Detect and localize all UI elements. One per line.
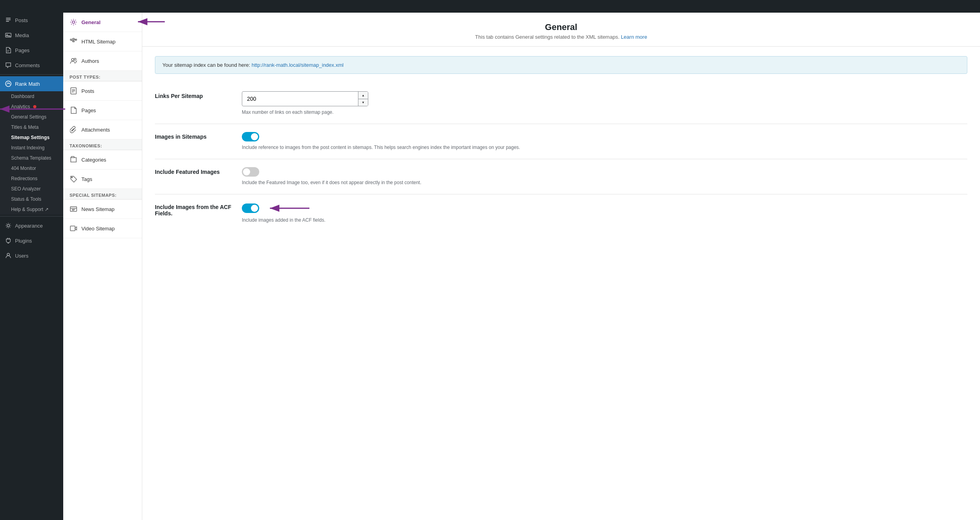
sidebar-item-plugins[interactable]: Plugins [0,233,63,248]
sub-panel-item-video-sitemap[interactable]: Video Sitemap [63,219,142,238]
submenu-item-dashboard[interactable]: Dashboard [0,91,63,102]
svg-rect-6 [7,51,9,52]
categories-icon [70,156,77,164]
sidebar-item-appearance-label: Appearance [15,223,43,229]
images-in-sitemaps-control: Include reference to images from the pos… [242,132,967,151]
include-featured-images-label: Include Featured Images [155,167,242,175]
svg-rect-34 [70,226,75,231]
post-types-section-label: Post Types: [63,71,142,81]
sidebar-item-media[interactable]: Media [0,28,63,43]
links-per-sitemap-input[interactable] [242,92,358,105]
sub-panel-item-posts[interactable]: Posts [63,81,142,101]
news-sitemap-icon [70,205,77,213]
sidebar-item-users[interactable]: Users [0,248,63,263]
submenu-item-sitemap-settings[interactable]: Sitemap Settings [0,132,63,143]
taxonomies-section-label: Taxonomies: [63,139,142,150]
sub-panel-item-authors[interactable]: Authors [63,51,142,71]
content-area: General This tab contains General settin… [142,13,980,520]
sidebar-item-pages[interactable]: Pages [0,43,63,58]
submenu-item-status-tools[interactable]: Status & Tools [0,194,63,204]
html-sitemap-icon [70,38,77,45]
images-in-sitemaps-toggle[interactable] [242,132,259,141]
sidebar-item-posts-label: Posts [15,17,28,23]
sub-panel-item-categories[interactable]: Categories [63,150,142,170]
sub-panel-item-news-sitemap-label: News Sitemap [81,206,115,212]
images-in-sitemaps-desc: Include reference to images from the pos… [242,144,967,151]
spinner-up-button[interactable]: ▲ [358,92,368,99]
rank-math-submenu: Dashboard Analytics General Settings Tit… [0,91,63,215]
submenu-item-titles-meta[interactable]: Titles & Meta [0,122,63,132]
sub-panel-item-pages-type[interactable]: Pages [63,101,142,120]
sub-panel-item-tags-label: Tags [81,176,92,182]
sub-panel-item-attachments[interactable]: Attachments [63,120,142,139]
video-sitemap-icon [70,224,77,232]
sitemap-info-box: Your sitemap index can be found here: ht… [155,56,967,74]
submenu-item-instant-indexing[interactable]: Instant Indexing [0,143,63,153]
sidebar-item-plugins-label: Plugins [15,238,32,244]
links-per-sitemap-desc: Max number of links on each sitemap page… [242,109,967,116]
posts-icon [5,17,12,24]
include-featured-images-control: Include the Featured Image too, even if … [242,167,967,186]
sidebar-item-media-label: Media [15,32,29,38]
spinner-down-button[interactable]: ▼ [358,99,368,106]
users-icon [5,252,12,259]
sidebar-item-rank-math[interactable]: Rank Math [0,76,63,91]
admin-bar [0,0,980,13]
sitemap-url-link[interactable]: http://rank-math.local/sitemap_index.xml [252,62,344,68]
sidebar-item-comments[interactable]: Comments [0,58,63,73]
submenu-item-seo-analyzer[interactable]: SEO Analyzer [0,184,63,194]
submenu-item-help-support[interactable]: Help & Support ↗ [0,204,63,215]
page-subtitle: This tab contains General settings relat… [155,34,967,40]
sidebar-item-appearance[interactable]: Appearance [0,218,63,233]
svg-point-8 [7,224,9,227]
include-acf-images-toggle[interactable] [242,203,259,213]
sub-panel-item-tags[interactable]: Tags [63,170,142,189]
content-header: General This tab contains General settin… [142,13,980,47]
submenu-item-analytics[interactable]: Analytics [0,102,63,112]
include-acf-images-desc: Include images added in the ACF fields. [242,217,967,224]
include-acf-images-control: Include images added in the ACF fields. [242,202,967,224]
submenu-item-schema-templates[interactable]: Schema Templates [0,153,63,163]
sidebar-item-pages-label: Pages [15,47,30,53]
svg-point-22 [72,58,74,61]
svg-point-23 [74,58,76,60]
svg-point-12 [7,253,9,256]
links-per-sitemap-label: Links Per Sitemap [155,91,242,99]
learn-more-link[interactable]: Learn more [621,34,647,40]
content-wrapper: General HTML Sitemap Authors Post T [63,13,980,520]
svg-rect-0 [6,18,11,19]
submenu-item-redirections[interactable]: Redirections [0,173,63,184]
svg-rect-16 [73,38,74,40]
sub-panel-item-html-sitemap[interactable]: HTML Sitemap [63,32,142,51]
spinner-controls: ▲ ▼ [358,92,368,106]
sub-panel-item-video-sitemap-label: Video Sitemap [81,226,115,232]
analytics-badge [33,105,36,108]
media-icon [5,32,12,39]
special-sitemaps-section-label: Special Sitemaps: [63,189,142,200]
content-body: Your sitemap index can be found here: ht… [142,47,980,241]
svg-rect-11 [8,243,9,243]
sidebar-item-posts[interactable]: Posts [0,13,63,28]
toggle-slider-2 [242,167,259,177]
svg-line-20 [74,40,76,40]
sitemap-info-text: Your sitemap index can be found here: [162,62,250,68]
sub-panel-item-html-sitemap-label: HTML Sitemap [81,39,115,45]
svg-rect-5 [7,50,9,51]
submenu-item-404-monitor[interactable]: 404 Monitor [0,163,63,173]
images-in-sitemaps-label: Images in Sitemaps [155,132,242,140]
submenu-item-general-settings[interactable]: General Settings [0,112,63,122]
include-featured-images-row: Include Featured Images Include the Feat… [155,159,967,194]
include-featured-images-toggle[interactable] [242,167,259,177]
authors-icon [70,57,77,65]
post-types-pages-icon [70,106,77,114]
sidebar-item-users-label: Users [15,253,28,259]
sub-panel-item-posts-label: Posts [81,88,94,94]
images-in-sitemaps-row: Images in Sitemaps Include reference to … [155,124,967,159]
sub-panel-item-news-sitemap[interactable]: News Sitemap [63,200,142,219]
sub-panel-item-general[interactable]: General [63,13,142,32]
rank-math-icon [5,80,12,87]
sidebar: Posts Media Pages Comments Rank Math [0,13,63,520]
sidebar-item-comments-label: Comments [15,62,40,68]
svg-point-13 [72,21,75,23]
toggle-slider [242,132,259,141]
